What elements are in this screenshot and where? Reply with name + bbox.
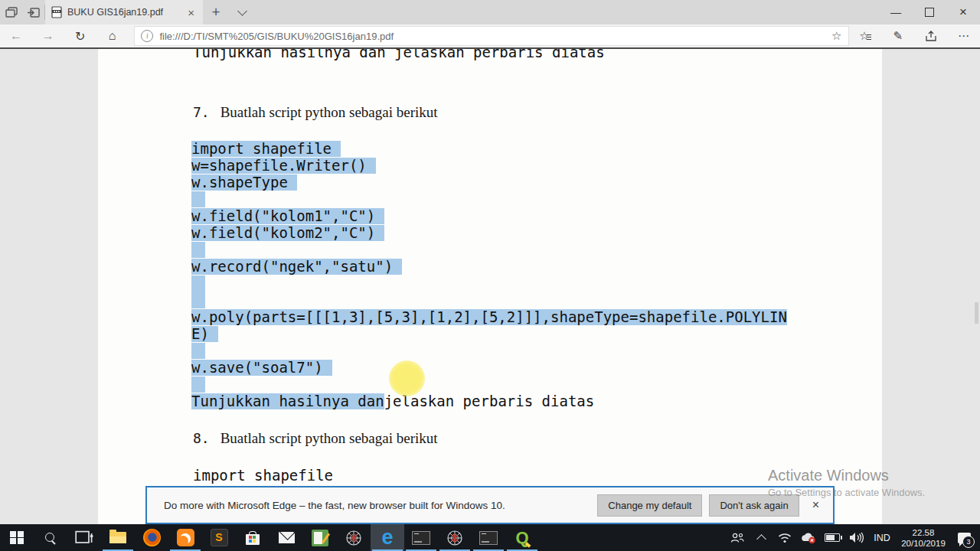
windows-logo-icon	[10, 531, 24, 545]
battery-button[interactable]	[822, 524, 842, 551]
highlighted-code: w.poly(parts=[[[1,3],[5,3],[1,2],[5,2]]]…	[191, 309, 787, 325]
battery-icon	[825, 533, 840, 542]
taskbar-command-prompt[interactable]	[404, 524, 438, 551]
code-line: E)	[191, 326, 787, 343]
uc-browser-icon	[177, 529, 194, 546]
console-icon	[412, 531, 430, 545]
language-code: IND	[874, 533, 890, 543]
clock-time: 22.58	[898, 527, 949, 538]
clock[interactable]: 22.58 20/10/2019	[898, 527, 949, 549]
hub-star-icon: ☆	[859, 29, 869, 42]
task-view-button[interactable]	[67, 524, 101, 551]
question-7-text: Buatlah script python sebagai berikut	[220, 104, 438, 120]
dont-ask-again-button[interactable]: Don't ask again	[709, 494, 799, 517]
taskbar-sublime-text[interactable]: S	[202, 524, 236, 551]
highlighted-code: w.field("kolom1","C")	[191, 208, 384, 224]
pdf-file-icon	[51, 6, 62, 18]
web-note-button[interactable]: ✎	[881, 29, 914, 43]
taskbar-microsoft-edge[interactable]: e	[371, 524, 404, 551]
home-button[interactable]: ⌂	[96, 29, 129, 43]
back-button[interactable]: ←	[0, 29, 32, 43]
network-button[interactable]	[775, 524, 795, 551]
photo-editor-icon	[312, 530, 328, 546]
close-window-button[interactable]: ×	[946, 0, 980, 24]
question-7-heading: 7.Buatlah script python sebagai berikut	[193, 104, 438, 121]
code-blank-line	[191, 343, 787, 360]
hub-favorites-button[interactable]: ☆	[849, 29, 882, 43]
tabs-set-aside-button[interactable]	[22, 0, 44, 24]
action-center-button[interactable]: 3	[952, 524, 975, 551]
start-button[interactable]	[0, 524, 34, 551]
share-button[interactable]	[914, 31, 947, 42]
question-8-heading: 8.Buatlah script python sebagai berikut	[193, 430, 438, 447]
cursor-highlight	[389, 360, 425, 396]
code-line: w.save("soal7")	[191, 360, 787, 377]
taskbar-uc-browser[interactable]	[168, 524, 202, 551]
tabs-set-aside-icon	[27, 8, 40, 18]
url-text[interactable]: file:///D:/TI/SMT%205/GIS/BUKU%20GIS16ja…	[159, 31, 825, 42]
scrollbar-thumb[interactable]	[975, 302, 978, 324]
people-button[interactable]	[727, 524, 747, 551]
highlighted-code: w.record("ngek","satu")	[191, 259, 402, 275]
taskbar: S e Q	[0, 524, 980, 551]
taskbar-firefox[interactable]	[135, 524, 168, 551]
more-options-button[interactable]: ⋯	[947, 29, 980, 43]
chevron-down-icon	[237, 6, 247, 16]
question-8-text: Buatlah script python sebagai berikut	[220, 430, 438, 446]
console-icon	[479, 531, 498, 545]
plain-text: jelaskan perbaris diatas	[384, 393, 595, 409]
maximize-icon	[925, 8, 934, 17]
maximize-button[interactable]	[913, 0, 946, 24]
minimize-button[interactable]: —	[879, 0, 913, 24]
code-line: w.record("ngek","satu")	[191, 259, 787, 276]
code-line: w.field("kolom1","C")	[191, 208, 787, 225]
taskbar-qgis[interactable]: Q	[505, 524, 539, 551]
tab-list-button[interactable]	[229, 0, 255, 24]
highlighted-code: w=shapefile.Writer()	[191, 158, 376, 174]
selection-stub	[191, 343, 205, 359]
edge-default-notification: Do more with Microsoft Edge – the fast, …	[145, 486, 835, 524]
tab-close-icon[interactable]: ×	[185, 7, 197, 18]
notification-close-icon[interactable]: ×	[812, 498, 819, 512]
volume-button[interactable]	[846, 524, 866, 551]
taskbar-web-app-1[interactable]	[337, 524, 371, 551]
change-my-default-button[interactable]: Change my default	[597, 494, 702, 517]
address-bar: ← → ↻ ⌂ i file:///D:/TI/SMT%205/GIS/BUKU…	[0, 24, 980, 47]
language-indicator[interactable]: IND	[870, 524, 894, 551]
new-tab-button[interactable]: +	[203, 0, 229, 24]
url-field[interactable]: i file:///D:/TI/SMT%205/GIS/BUKU%20GIS16…	[134, 26, 848, 46]
tab-title: BUKU GIS16jan19.pdf	[67, 7, 180, 18]
highlighted-text: Tunjukkan hasilnya dan	[191, 393, 384, 409]
hub-lines-icon	[867, 34, 871, 36]
pdf-viewer: Tunjukkan hasilnya dan jelaskan perbaris…	[0, 47, 980, 524]
refresh-button[interactable]: ↻	[64, 29, 96, 44]
taskbar-web-app-2[interactable]	[438, 524, 472, 551]
code-line: w=shapefile.Writer()	[191, 158, 787, 174]
edge-icon: e	[381, 527, 393, 548]
taskbar-terminal[interactable]	[472, 524, 505, 551]
taskbar-photo-editor[interactable]	[303, 524, 337, 551]
set-aside-tabs-button[interactable]	[0, 0, 22, 24]
taskbar-mail[interactable]	[270, 524, 303, 551]
code-line: import shapefile	[191, 141, 787, 158]
onedrive-button[interactable]	[799, 524, 818, 551]
task-view-icon	[75, 529, 93, 547]
taskbar-search-button[interactable]	[34, 524, 67, 551]
highlighted-code: E)	[191, 326, 218, 342]
selection-stub	[191, 242, 205, 258]
notification-count-badge: 3	[962, 536, 975, 548]
clock-date: 20/10/2019	[898, 538, 949, 549]
selection-stub	[191, 191, 205, 207]
question-7-number: 7.	[193, 104, 210, 120]
tab-buku-gis-pdf[interactable]: BUKU GIS16jan19.pdf ×	[45, 0, 203, 24]
favorite-star-icon[interactable]: ☆	[831, 29, 841, 43]
page-info-icon[interactable]: i	[141, 30, 153, 42]
notification-message: Do more with Microsoft Edge – the fast, …	[164, 500, 597, 511]
code-blank-line	[191, 242, 787, 259]
tray-overflow-button[interactable]	[751, 524, 771, 551]
code-line: w.shapeType	[191, 174, 787, 191]
taskbar-file-explorer[interactable]	[101, 524, 135, 551]
taskbar-microsoft-store[interactable]	[236, 524, 270, 551]
forward-button[interactable]: →	[32, 29, 64, 43]
code-blank-line	[191, 191, 787, 208]
